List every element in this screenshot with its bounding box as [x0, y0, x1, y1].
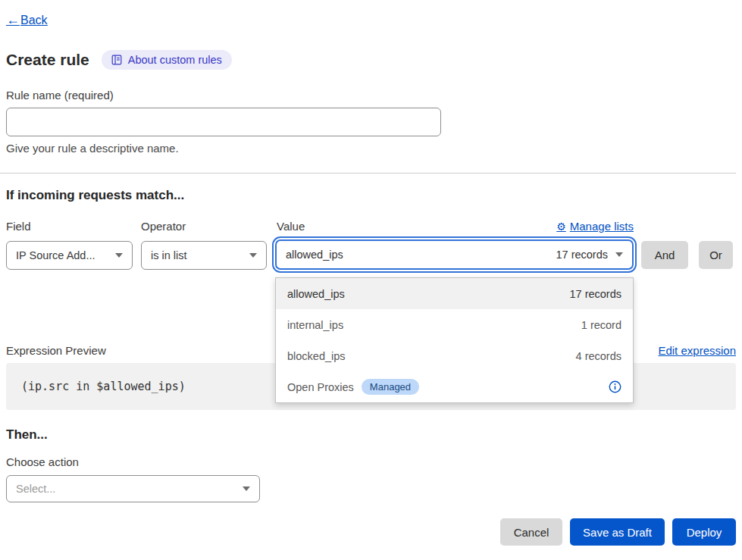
about-custom-rules-link[interactable]: About custom rules [102, 50, 232, 70]
match-heading: If incoming requests match... [6, 188, 184, 203]
list-option-internal-ips[interactable]: internal_ips 1 record [276, 309, 633, 340]
managed-badge: Managed [362, 379, 419, 395]
field-select[interactable]: IP Source Add... [6, 241, 133, 270]
list-option-records: 17 records [569, 288, 621, 300]
gear-icon: ⚙ [556, 221, 566, 233]
and-button[interactable]: And [641, 241, 688, 269]
book-icon [111, 55, 122, 65]
expression-preview-label: Expression Preview [6, 344, 106, 357]
save-as-draft-button[interactable]: Save as Draft [570, 518, 665, 546]
cancel-button[interactable]: Cancel [500, 518, 562, 546]
chevron-down-icon [115, 253, 123, 258]
list-option-records: 1 record [581, 319, 621, 331]
action-select[interactable]: Select... [6, 475, 260, 502]
back-link[interactable]: ←Back [6, 12, 48, 28]
page-title: Create rule [6, 51, 89, 69]
list-option-records: 4 records [576, 350, 621, 362]
rule-name-helper: Give your rule a descriptive name. [6, 142, 179, 155]
value-select[interactable]: allowed_ips 17 records [275, 239, 634, 270]
value-label: Value [277, 220, 305, 233]
field-label: Field [6, 220, 31, 233]
operator-select-value: is in list [151, 249, 187, 261]
page-header: Create rule About custom rules [6, 50, 232, 70]
about-badge-label: About custom rules [128, 54, 222, 66]
list-option-name: blocked_ips [287, 350, 346, 362]
section-divider [0, 173, 736, 174]
back-label: Back [20, 14, 48, 27]
list-option-allowed-ips[interactable]: allowed_ips 17 records [276, 278, 633, 309]
operator-label: Operator [141, 220, 186, 233]
list-option-blocked-ips[interactable]: blocked_ips 4 records [276, 340, 633, 371]
manage-lists-label: Manage lists [570, 220, 634, 233]
choose-action-label: Choose action [6, 455, 79, 468]
create-rule-page: ←Back Create rule About custom rules Rul… [0, 0, 742, 560]
list-option-name: Open Proxies [287, 381, 354, 393]
rule-name-input[interactable] [6, 108, 441, 136]
back-arrow-icon: ← [6, 12, 20, 28]
expression-code: (ip.src in $allowed_ips) [21, 380, 186, 393]
list-option-name: internal_ips [287, 319, 343, 331]
info-icon[interactable] [609, 380, 621, 393]
chevron-down-icon [249, 253, 257, 258]
action-select-placeholder: Select... [16, 483, 55, 495]
list-option-open-proxies[interactable]: Open Proxies Managed [276, 371, 633, 402]
or-button[interactable]: Or [699, 241, 733, 269]
edit-expression-link[interactable]: Edit expression [658, 344, 736, 357]
then-heading: Then... [6, 427, 48, 443]
lists-dropdown-panel: allowed_ips 17 records internal_ips 1 re… [275, 277, 634, 403]
list-option-name: allowed_ips [287, 288, 345, 300]
chevron-down-icon [243, 486, 250, 491]
manage-lists-link[interactable]: ⚙ Manage lists [556, 220, 634, 233]
rule-name-label: Rule name (required) [6, 89, 114, 102]
value-select-value: allowed_ips [286, 249, 343, 261]
operator-select[interactable]: is in list [141, 241, 267, 270]
field-select-value: IP Source Add... [16, 249, 95, 261]
value-select-records: 17 records [556, 249, 608, 261]
deploy-button[interactable]: Deploy [672, 518, 736, 546]
chevron-down-icon [615, 252, 623, 257]
